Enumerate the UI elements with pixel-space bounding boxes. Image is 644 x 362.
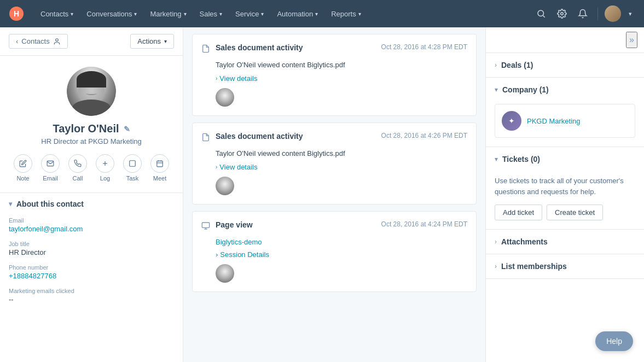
add-ticket-button[interactable]: Add ticket bbox=[495, 205, 542, 220]
tickets-chevron-icon: ▾ bbox=[495, 155, 498, 163]
user-avatar[interactable] bbox=[605, 5, 621, 22]
nav-item-contacts[interactable]: Contacts ▾ bbox=[35, 7, 79, 21]
meet-icon-btn[interactable] bbox=[150, 154, 169, 173]
list-memberships-section-header[interactable]: › List memberships bbox=[486, 254, 644, 278]
chevron-down-icon: ▾ bbox=[134, 11, 137, 17]
back-to-contacts-button[interactable]: ‹ Contacts bbox=[9, 34, 68, 49]
company-name-link[interactable]: PKGD Marketing bbox=[527, 117, 581, 125]
user-menu-chevron[interactable]: ▾ bbox=[625, 7, 635, 21]
chevron-down-icon: ▾ bbox=[184, 11, 187, 17]
contact-name: Taylor O'Neil ✎ bbox=[53, 122, 130, 135]
activity-card-2: Sales document activity Oct 28, 2016 at … bbox=[192, 122, 477, 205]
activity-avatar-2 bbox=[216, 177, 234, 195]
nav-right-actions: ▾ bbox=[533, 5, 635, 22]
svg-rect-8 bbox=[130, 161, 136, 167]
document-icon-2 bbox=[201, 133, 210, 144]
right-sidebar: » › Deals (1) ▾ Company (1) bbox=[485, 27, 644, 362]
chevron-down-icon: ▾ bbox=[261, 11, 264, 17]
activity-card-1: Sales document activity Oct 28, 2016 at … bbox=[192, 34, 477, 116]
list-memberships-section: › List memberships bbox=[486, 254, 644, 279]
create-ticket-button[interactable]: Create ticket bbox=[547, 205, 603, 220]
nav-item-marketing[interactable]: Marketing ▾ bbox=[144, 7, 192, 21]
log-icon-btn[interactable] bbox=[96, 154, 114, 173]
nav-item-reports[interactable]: Reports ▾ bbox=[326, 7, 367, 21]
nav-item-automation[interactable]: Automation ▾ bbox=[271, 7, 323, 21]
nav-items: Contacts ▾ Conversations ▾ Marketing ▾ S… bbox=[35, 7, 533, 21]
deals-section: › Deals (1) bbox=[486, 53, 644, 78]
chevron-down-icon: ▾ bbox=[219, 11, 222, 17]
activity-title-row-3: Page view Oct 28, 2016 at 4:24 PM EDT bbox=[216, 220, 467, 229]
company-section-header[interactable]: ▾ Company (1) bbox=[486, 78, 644, 102]
action-call[interactable]: Call bbox=[68, 154, 87, 182]
document-icon bbox=[201, 44, 210, 55]
chevron-down-icon: ▾ bbox=[358, 11, 361, 17]
activity-card-3: Page view Oct 28, 2016 at 4:24 PM EDT Bi… bbox=[192, 211, 477, 292]
company-section-body: ✦ PKGD Marketing bbox=[486, 102, 644, 147]
activity-title-row-2: Sales document activity Oct 28, 2016 at … bbox=[216, 132, 467, 141]
nav-item-conversations[interactable]: Conversations ▾ bbox=[81, 7, 142, 21]
deals-section-header[interactable]: › Deals (1) bbox=[486, 53, 644, 77]
call-icon-btn[interactable] bbox=[68, 154, 87, 173]
note-icon-btn[interactable] bbox=[14, 154, 32, 173]
svg-point-4 bbox=[561, 13, 564, 15]
contact-avatar bbox=[67, 67, 116, 116]
hubspot-logo[interactable]: H bbox=[9, 6, 24, 21]
company-logo: ✦ bbox=[502, 111, 521, 131]
search-button[interactable] bbox=[533, 5, 549, 22]
company-card: ✦ PKGD Marketing bbox=[495, 104, 635, 138]
user-icon bbox=[53, 38, 61, 45]
attachments-section: › Attachments bbox=[486, 230, 644, 254]
company-chevron-icon: ▾ bbox=[495, 86, 498, 94]
task-icon-btn[interactable] bbox=[123, 154, 142, 173]
page-view-link[interactable]: Biglytics-demo bbox=[216, 238, 467, 246]
left-sidebar: ‹ Contacts Actions ▾ bbox=[0, 27, 183, 362]
about-section: ▾ About this contact Email taylorfoneil@… bbox=[0, 193, 183, 318]
action-email[interactable]: Email bbox=[41, 154, 60, 182]
chevron-down-icon: ▾ bbox=[164, 38, 167, 44]
view-details-link-2[interactable]: › View details bbox=[216, 163, 467, 171]
notifications-button[interactable] bbox=[575, 5, 591, 22]
activity-body-1: Taylor O'Neil viewed content Biglytics.p… bbox=[216, 61, 467, 69]
collapse-sidebar-button[interactable]: » bbox=[626, 32, 637, 48]
svg-text:H: H bbox=[14, 9, 19, 18]
svg-rect-9 bbox=[157, 161, 163, 167]
back-arrow-icon: ‹ bbox=[16, 37, 18, 45]
activity-body-2: Taylor O'Neil viewed content Biglytics.p… bbox=[216, 149, 467, 157]
double-chevron-icon: » bbox=[629, 35, 634, 44]
chevron-down-icon: ▾ bbox=[71, 11, 73, 17]
actions-button[interactable]: Actions ▾ bbox=[130, 34, 174, 49]
contact-action-icons: Note Email Call bbox=[14, 154, 169, 182]
activity-header-3: Page view Oct 28, 2016 at 4:24 PM EDT bbox=[201, 220, 467, 232]
nav-item-sales[interactable]: Sales ▾ bbox=[194, 7, 228, 21]
chevron-down-icon: ▾ bbox=[315, 11, 318, 17]
activity-avatar-3 bbox=[216, 264, 234, 283]
about-section-header[interactable]: ▾ About this contact bbox=[9, 200, 174, 208]
contact-title: HR Director at PKGD Marketing bbox=[41, 137, 142, 145]
nav-item-service[interactable]: Service ▾ bbox=[230, 7, 269, 21]
action-meet[interactable]: Meet bbox=[150, 154, 169, 182]
attachments-chevron-icon: › bbox=[495, 238, 497, 246]
session-details-link[interactable]: › Session Details bbox=[216, 250, 467, 259]
chevron-right-icon-2: › bbox=[216, 164, 217, 170]
svg-line-3 bbox=[543, 15, 544, 17]
svg-point-2 bbox=[538, 10, 544, 16]
marketing-emails-field-group: Marketing emails clicked -- bbox=[9, 288, 174, 303]
tickets-section-header[interactable]: ▾ Tickets (0) bbox=[486, 147, 644, 171]
action-log[interactable]: Log bbox=[96, 154, 114, 182]
settings-button[interactable] bbox=[554, 5, 570, 22]
company-section: ▾ Company (1) ✦ PKGD Marketing bbox=[486, 78, 644, 147]
activity-title-row-1: Sales document activity Oct 28, 2016 at … bbox=[216, 43, 467, 52]
section-collapse-icon: ▾ bbox=[9, 200, 12, 208]
help-button[interactable]: Help bbox=[595, 331, 633, 351]
attachments-section-header[interactable]: › Attachments bbox=[486, 230, 644, 254]
page-view-icon bbox=[201, 221, 210, 232]
action-task[interactable]: Task bbox=[123, 154, 142, 182]
action-note[interactable]: Note bbox=[14, 154, 32, 182]
email-icon-btn[interactable] bbox=[41, 154, 60, 173]
view-details-link-1[interactable]: › View details bbox=[216, 74, 467, 83]
phone-field-group: Phone number +18884827768 bbox=[9, 264, 174, 280]
edit-contact-icon[interactable]: ✎ bbox=[124, 125, 130, 133]
activity-header-2: Sales document activity Oct 28, 2016 at … bbox=[201, 132, 467, 144]
chevron-right-icon-3: › bbox=[216, 250, 218, 259]
tickets-section-body: Use tickets to track all of your custome… bbox=[486, 171, 644, 229]
